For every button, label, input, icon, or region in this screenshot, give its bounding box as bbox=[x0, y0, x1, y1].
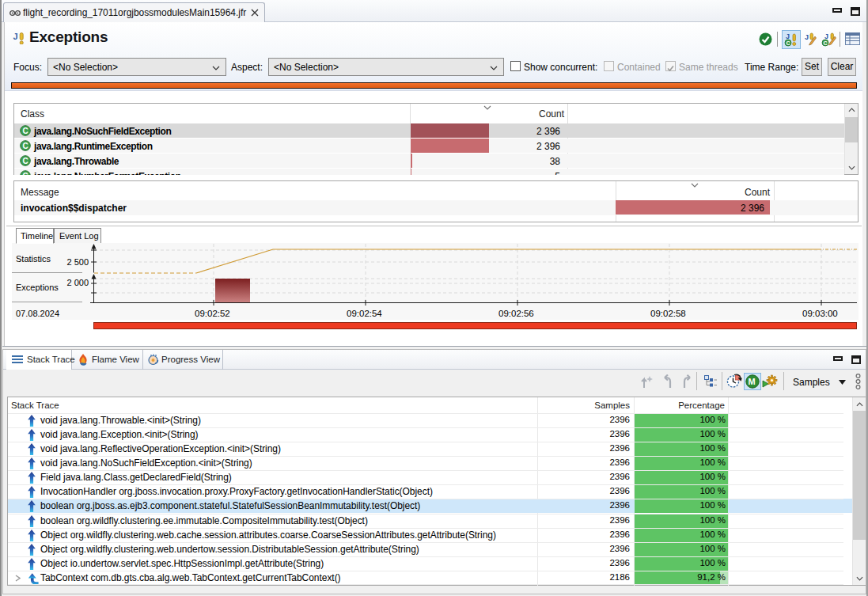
svg-text:C: C bbox=[787, 40, 790, 46]
svg-text:M: M bbox=[749, 377, 756, 386]
svg-text:C: C bbox=[22, 157, 28, 165]
svg-text:C: C bbox=[22, 142, 28, 150]
svg-text:J: J bbox=[786, 32, 790, 40]
svg-text:J: J bbox=[805, 33, 809, 41]
svg-text:J: J bbox=[13, 32, 18, 41]
svg-text:C: C bbox=[22, 127, 28, 135]
svg-text:C: C bbox=[824, 40, 828, 46]
svg-text:C: C bbox=[22, 172, 28, 175]
svg-text:J: J bbox=[824, 32, 828, 40]
